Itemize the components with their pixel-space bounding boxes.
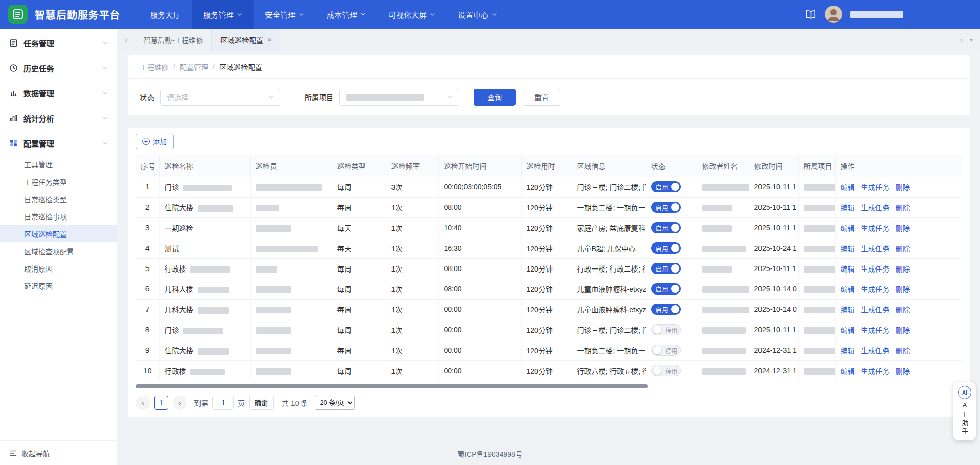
generate-task-link[interactable]: 生成任务 [861,224,890,232]
prev-page-button[interactable]: ‹ [136,396,150,410]
generate-task-link[interactable]: 生成任务 [861,204,890,212]
generate-task-link[interactable]: 生成任务 [861,285,890,293]
status-toggle[interactable]: 停用 [651,365,681,376]
cell-frequency: 1次 [386,320,438,340]
edit-link[interactable]: 编辑 [841,285,855,293]
add-button[interactable]: + 添加 [136,134,174,149]
delete-link[interactable]: 删除 [896,183,910,191]
submenu-item-1[interactable]: 工具管理 [0,156,117,173]
delete-link[interactable]: 删除 [896,326,910,334]
submenu-item-5[interactable]: 区域巡检配置 [0,225,117,242]
status-toggle[interactable]: 启用 [651,283,681,295]
status-toggle[interactable]: 启用 [651,202,681,213]
docs-book-icon[interactable] [805,9,817,20]
cell-status: 启用 [646,217,697,238]
page-size-select[interactable]: 20 条/页 [315,396,355,410]
edit-link[interactable]: 编辑 [841,367,855,375]
submenu-item-6[interactable]: 区域检查项配置 [0,242,117,260]
search-button[interactable]: 查询 [474,89,516,106]
delete-link[interactable]: 删除 [896,285,910,293]
delete-link[interactable]: 删除 [896,244,910,253]
reset-button[interactable]: 重置 [523,89,560,106]
nav-item-2[interactable]: 服务管理 [192,0,254,29]
nav-item-6[interactable]: 设置中心 [447,0,508,29]
collapse-nav-button[interactable]: 收起导航 [0,440,117,465]
nav-item-5[interactable]: 可视化大屏 [377,0,447,29]
submenu-item-8[interactable]: 延迟原因 [0,277,117,295]
cell-start-time: 08:00 [438,197,521,217]
status-toggle[interactable]: 启用 [651,304,681,315]
redacted-modifier [702,225,732,232]
chevron-right-icon[interactable]: › [960,35,963,44]
top-nav: 服务大厅服务管理安全管理成本管理可视化大屏设置中心 [139,0,508,29]
status-toggle[interactable]: 启用 [651,263,681,274]
nav-item-4[interactable]: 成本管理 [315,0,377,29]
cell-project [798,197,835,217]
breadcrumb-item-1[interactable]: 工程维修 [140,62,168,72]
delete-link[interactable]: 删除 [896,265,910,273]
cell-modifier [697,320,749,340]
redacted-modifier [702,327,746,334]
nav-item-3[interactable]: 安全管理 [254,0,315,29]
cell-inspector [250,258,332,279]
status-toggle[interactable]: 启用 [651,222,681,233]
tab-1[interactable]: 智慧后勤-工程维修 [135,29,212,51]
delete-link[interactable]: 删除 [896,347,910,355]
app-logo-icon[interactable] [8,5,28,24]
edit-link[interactable]: 编辑 [841,204,855,212]
chevron-down-icon[interactable]: ▾ [970,36,973,43]
submenu-item-7[interactable]: 取消原因 [0,260,117,277]
status-toggle[interactable]: 启用 [651,181,681,192]
status-toggle[interactable]: 停用 [651,324,681,335]
status-toggle[interactable]: 停用 [651,345,681,356]
delete-link[interactable]: 删除 [896,367,910,375]
breadcrumb-item-2[interactable]: 配置管理 [180,62,208,72]
cell-area-info: 儿童血液肿瘤科-etxyzlk [572,279,646,299]
generate-task-link[interactable]: 生成任务 [861,265,890,273]
goto-page-input[interactable] [212,396,234,410]
menu-item-label: 历史任务 [23,63,54,74]
menu-item-1[interactable]: 任务管理 [0,31,117,56]
generate-task-link[interactable]: 生成任务 [861,347,890,355]
add-button-label: 添加 [153,136,167,146]
chevron-left-icon[interactable]: ‹ [117,35,135,44]
menu-item-3[interactable]: 数据管理 [0,81,117,106]
generate-task-link[interactable]: 生成任务 [861,183,890,191]
submenu-item-2[interactable]: 工程任务类型 [0,173,117,190]
delete-link[interactable]: 删除 [896,224,910,232]
edit-link[interactable]: 编辑 [841,244,855,253]
edit-link[interactable]: 编辑 [841,326,855,334]
edit-link[interactable]: 编辑 [841,306,855,314]
cell-duration: 120分钟 [521,340,572,360]
cell-name: 行政楼 [159,360,250,381]
status-toggle[interactable]: 启用 [651,242,681,254]
confirm-page-button[interactable]: 确定 [249,396,274,410]
generate-task-link[interactable]: 生成任务 [861,306,890,314]
edit-link[interactable]: 编辑 [841,224,855,232]
cell-project [798,320,835,340]
edit-link[interactable]: 编辑 [841,347,855,355]
menu-item-5[interactable]: 配置管理 [0,131,117,156]
generate-task-link[interactable]: 生成任务 [861,244,890,253]
menu-item-2[interactable]: 历史任务 [0,56,117,81]
ai-assistant-button[interactable]: AI AI助手 [953,382,976,440]
status-select[interactable]: 请选择 [160,89,280,106]
user-avatar[interactable] [825,6,842,23]
nav-item-1[interactable]: 服务大厅 [139,0,192,29]
current-page-button[interactable]: 1 [154,396,168,410]
edit-link[interactable]: 编辑 [841,265,855,273]
project-select[interactable] [339,89,459,106]
menu-item-4[interactable]: 统计分析 [0,106,117,131]
delete-link[interactable]: 删除 [896,306,910,314]
redacted-modifier [702,286,749,293]
close-tab-icon[interactable]: × [267,36,272,44]
generate-task-link[interactable]: 生成任务 [861,326,890,334]
delete-link[interactable]: 删除 [896,204,910,212]
tab-2[interactable]: 区域巡检配置× [212,29,280,51]
scrollbar-thumb[interactable] [136,384,648,388]
submenu-item-3[interactable]: 日常巡检类型 [0,190,117,208]
edit-link[interactable]: 编辑 [841,183,855,191]
next-page-button[interactable]: › [173,396,187,410]
generate-task-link[interactable]: 生成任务 [861,367,890,375]
submenu-item-4[interactable]: 日常巡检事项 [0,208,117,225]
